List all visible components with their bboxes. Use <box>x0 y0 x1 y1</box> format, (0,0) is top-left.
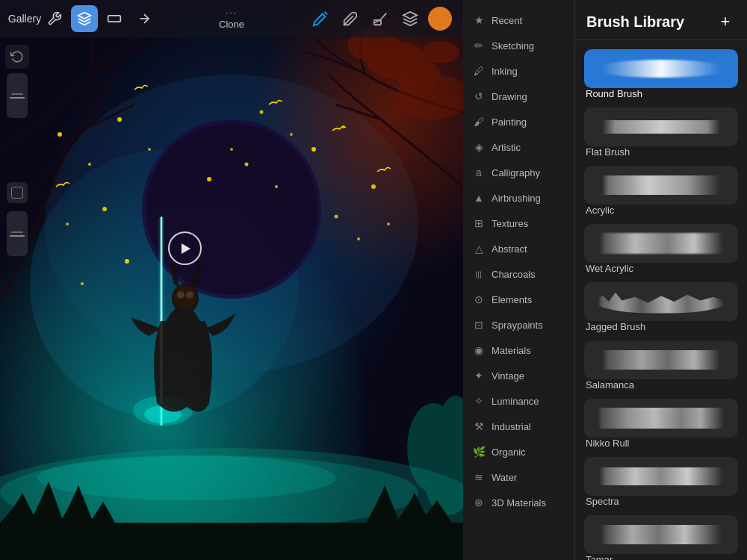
brush-stroke-visual <box>595 467 726 486</box>
size-slider[interactable] <box>7 73 28 118</box>
brush-tool-icon[interactable] <box>338 7 362 31</box>
swirl-icon: ↺ <box>472 90 486 103</box>
category-item-calligraphy[interactable]: a Calligraphy <box>463 160 574 185</box>
brush-name: Flat Brush <box>584 146 738 158</box>
category-item-spraypaints[interactable]: ⊡ Spraypaints <box>463 312 574 337</box>
category-item-industrial[interactable]: ⚒ Industrial <box>463 414 574 439</box>
brush-item-wet-acrylic[interactable]: Wet Acrylic <box>575 221 747 279</box>
brush-preview <box>584 340 738 379</box>
category-item-painting[interactable]: 🖌 Painting <box>463 109 574 134</box>
brush-list-panel: Brush Library + Round Brush Flat Brush A… <box>575 0 747 560</box>
svg-marker-54 <box>403 12 417 19</box>
add-brush-button[interactable]: + <box>715 11 736 32</box>
elements-icon: ⊙ <box>472 293 486 306</box>
brush-stroke-visual <box>595 120 726 134</box>
category-item-sketching[interactable]: ✏ Sketching <box>463 33 574 58</box>
brush-stroke-visual <box>595 60 726 77</box>
svg-point-40 <box>371 184 376 189</box>
svg-point-10 <box>422 41 459 63</box>
category-item-charcoals[interactable]: ⫼ Charcoals <box>463 261 574 287</box>
svg-point-48 <box>37 455 336 500</box>
vintage-icon: ✦ <box>472 369 486 382</box>
svg-point-41 <box>387 223 390 225</box>
svg-point-23 <box>174 285 196 309</box>
brush-name: Acrylic <box>584 205 738 216</box>
brush-preview <box>584 49 738 88</box>
svg-rect-3 <box>0 0 463 560</box>
svg-point-9 <box>396 60 441 90</box>
charcoal-icon: ⫼ <box>472 267 486 281</box>
svg-rect-5 <box>0 0 463 560</box>
brush-item-round-brush[interactable]: Round Brush <box>575 46 747 105</box>
brush-name: Nikko Rull <box>584 438 738 449</box>
square-tool[interactable] <box>7 182 28 203</box>
brush-preview <box>584 457 738 496</box>
brush-preview <box>584 282 738 321</box>
brush-preview <box>584 515 738 554</box>
svg-line-51 <box>325 12 328 15</box>
undo-button[interactable] <box>5 45 29 69</box>
s-tool-button[interactable] <box>101 5 128 32</box>
category-item-materials[interactable]: ◉ Materials <box>463 337 574 363</box>
layers-tool-icon[interactable] <box>398 7 422 31</box>
svg-point-31 <box>66 223 69 225</box>
category-item-organic[interactable]: 🌿 Organic <box>463 439 574 464</box>
painter-icon: 🖌 <box>472 115 486 128</box>
svg-rect-17 <box>160 217 163 426</box>
gallery-button[interactable]: Gallery <box>11 5 38 32</box>
category-item-luminance[interactable]: ✧ Luminance <box>463 388 574 414</box>
category-item-airbrushing[interactable]: ▲ Airbrushing <box>463 185 574 211</box>
category-item-vintage[interactable]: ✦ Vintage <box>463 363 574 388</box>
airbrush-icon: ▲ <box>472 191 486 205</box>
industrial-icon: ⚒ <box>472 420 486 433</box>
brush-name: Jagged Brush <box>584 321 738 332</box>
brush-item-salamanca[interactable]: Salamanca <box>575 337 747 396</box>
category-item-textures[interactable]: ⊞ Textures <box>463 211 574 236</box>
category-item-recent[interactable]: ★ Recent <box>463 7 574 33</box>
pencil-tool-icon[interactable] <box>309 7 332 31</box>
svg-point-36 <box>245 163 249 167</box>
brush-item-jagged-brush[interactable]: Jagged Brush <box>575 279 747 337</box>
brush-item-tamar[interactable]: Tamar <box>575 512 747 560</box>
svg-point-32 <box>260 111 264 114</box>
canvas-area[interactable] <box>0 0 463 560</box>
brush-name: Round Brush <box>584 88 738 99</box>
category-item-abstract[interactable]: △ Abstract <box>463 236 574 261</box>
texture-icon: ⊞ <box>472 217 486 230</box>
organic-icon: 🌿 <box>472 445 486 458</box>
svg-point-6 <box>142 119 321 299</box>
brush-item-acrylic[interactable]: Acrylic <box>575 163 747 221</box>
category-item-artistic[interactable]: ◈ Artistic <box>463 134 574 160</box>
brush-stroke-visual <box>595 350 726 370</box>
svg-point-47 <box>0 455 418 530</box>
wrench-tool-button[interactable] <box>41 5 68 32</box>
top-toolbar: Gallery ··· Clone <box>0 0 463 37</box>
svg-point-30 <box>102 207 107 211</box>
svg-rect-0 <box>0 0 463 560</box>
brush-item-nikko-rull[interactable]: Nikko Rull <box>575 396 747 454</box>
category-item-inking[interactable]: 🖊 Inking <box>463 58 574 84</box>
arrow-tool-button[interactable] <box>131 5 158 32</box>
svg-point-21 <box>161 306 205 396</box>
svg-point-26 <box>58 132 62 137</box>
category-item-3d-materials[interactable]: ⊛ 3D Materials <box>463 490 574 515</box>
opacity-slider[interactable] <box>7 211 28 256</box>
svg-point-27 <box>88 163 91 166</box>
svg-point-44 <box>125 259 129 264</box>
brush-item-flat-brush[interactable]: Flat Brush <box>575 105 747 163</box>
3d-icon: ⊛ <box>472 496 486 509</box>
eraser-tool-icon[interactable] <box>368 7 392 31</box>
category-item-water[interactable]: ≋ Water <box>463 464 574 490</box>
clone-label: Clone <box>219 19 244 30</box>
category-item-elements[interactable]: ⊙ Elements <box>463 287 574 312</box>
user-avatar[interactable] <box>428 7 452 31</box>
category-item-drawing[interactable]: ↺ Drawing <box>463 84 574 109</box>
brush-preview <box>584 108 738 146</box>
paint-tool-button[interactable] <box>71 5 98 32</box>
svg-rect-16 <box>158 217 164 426</box>
left-sidebar <box>0 37 34 560</box>
brush-stroke-visual <box>595 290 726 313</box>
overflow-dots: ··· <box>226 7 238 18</box>
brush-item-spectra[interactable]: Spectra <box>575 454 747 512</box>
toolbar-right <box>309 7 452 31</box>
